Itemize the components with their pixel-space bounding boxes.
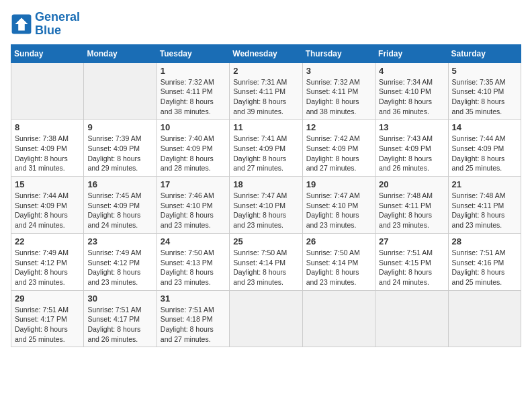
day-number: 22	[15, 236, 80, 246]
calendar-cell: 23Sunrise: 7:49 AM Sunset: 4:12 PM Dayli…	[84, 233, 157, 290]
calendar-cell	[375, 290, 448, 347]
logo-icon	[11, 13, 32, 35]
day-number: 28	[452, 236, 517, 246]
calendar-week-row: 8Sunrise: 7:38 AM Sunset: 4:09 PM Daylig…	[11, 120, 521, 177]
calendar-cell	[448, 290, 521, 347]
page-header: General Blue	[11, 11, 521, 38]
calendar-week-row: 22Sunrise: 7:49 AM Sunset: 4:12 PM Dayli…	[11, 233, 521, 290]
calendar-header-row: SundayMondayTuesdayWednesdayThursdayFrid…	[11, 44, 521, 62]
day-info: Sunrise: 7:51 AM Sunset: 4:16 PM Dayligh…	[452, 248, 517, 287]
day-info: Sunrise: 7:49 AM Sunset: 4:12 PM Dayligh…	[87, 248, 152, 287]
day-info: Sunrise: 7:51 AM Sunset: 4:17 PM Dayligh…	[15, 305, 80, 345]
day-number: 31	[161, 293, 226, 304]
day-number: 21	[452, 179, 517, 189]
calendar-cell	[230, 290, 302, 347]
day-info: Sunrise: 7:41 AM Sunset: 4:09 PM Dayligh…	[233, 134, 298, 173]
day-of-week-header: Friday	[375, 44, 448, 62]
day-info: Sunrise: 7:47 AM Sunset: 4:10 PM Dayligh…	[306, 191, 371, 230]
day-info: Sunrise: 7:42 AM Sunset: 4:09 PM Dayligh…	[306, 134, 371, 173]
day-number: 11	[233, 122, 298, 132]
day-info: Sunrise: 7:51 AM Sunset: 4:15 PM Dayligh…	[379, 248, 444, 287]
day-info: Sunrise: 7:46 AM Sunset: 4:10 PM Dayligh…	[161, 191, 226, 230]
day-number: 3	[306, 66, 371, 76]
calendar-cell: 18Sunrise: 7:47 AM Sunset: 4:10 PM Dayli…	[230, 177, 302, 234]
day-number: 1	[161, 66, 226, 76]
day-info: Sunrise: 7:47 AM Sunset: 4:10 PM Dayligh…	[233, 191, 298, 230]
day-info: Sunrise: 7:32 AM Sunset: 4:11 PM Dayligh…	[161, 77, 226, 117]
calendar-cell: 9Sunrise: 7:39 AM Sunset: 4:09 PM Daylig…	[84, 120, 157, 177]
calendar-cell: 25Sunrise: 7:50 AM Sunset: 4:14 PM Dayli…	[230, 233, 302, 290]
day-number: 26	[306, 236, 371, 246]
day-number: 29	[15, 293, 80, 304]
calendar-table: SundayMondayTuesdayWednesdayThursdayFrid…	[11, 44, 521, 348]
day-number: 19	[306, 179, 371, 189]
day-of-week-header: Monday	[84, 44, 157, 62]
day-number: 27	[379, 236, 444, 246]
day-info: Sunrise: 7:34 AM Sunset: 4:10 PM Dayligh…	[379, 77, 444, 117]
day-number: 17	[161, 179, 226, 189]
day-of-week-header: Saturday	[448, 44, 521, 62]
day-info: Sunrise: 7:48 AM Sunset: 4:11 PM Dayligh…	[452, 191, 517, 230]
calendar-week-row: 29Sunrise: 7:51 AM Sunset: 4:17 PM Dayli…	[11, 290, 521, 347]
calendar-cell: 17Sunrise: 7:46 AM Sunset: 4:10 PM Dayli…	[157, 177, 229, 234]
day-number: 10	[161, 122, 226, 132]
day-number: 16	[87, 179, 152, 189]
calendar-cell: 31Sunrise: 7:51 AM Sunset: 4:18 PM Dayli…	[157, 290, 229, 347]
calendar-cell: 28Sunrise: 7:51 AM Sunset: 4:16 PM Dayli…	[448, 233, 521, 290]
day-number: 30	[87, 293, 152, 304]
day-info: Sunrise: 7:43 AM Sunset: 4:09 PM Dayligh…	[379, 134, 444, 173]
calendar-cell: 26Sunrise: 7:50 AM Sunset: 4:14 PM Dayli…	[302, 233, 375, 290]
day-number: 2	[233, 66, 298, 76]
calendar-week-row: 1Sunrise: 7:32 AM Sunset: 4:11 PM Daylig…	[11, 62, 521, 120]
day-info: Sunrise: 7:49 AM Sunset: 4:12 PM Dayligh…	[15, 248, 80, 287]
day-number: 18	[233, 179, 298, 189]
calendar-cell: 27Sunrise: 7:51 AM Sunset: 4:15 PM Dayli…	[375, 233, 448, 290]
calendar-cell	[11, 62, 84, 120]
day-number: 24	[161, 236, 226, 246]
calendar-cell: 22Sunrise: 7:49 AM Sunset: 4:12 PM Dayli…	[11, 233, 84, 290]
calendar-cell: 1Sunrise: 7:32 AM Sunset: 4:11 PM Daylig…	[157, 62, 229, 120]
day-of-week-header: Wednesday	[230, 44, 302, 62]
calendar-cell: 15Sunrise: 7:44 AM Sunset: 4:09 PM Dayli…	[11, 177, 84, 234]
day-number: 13	[379, 122, 444, 132]
day-info: Sunrise: 7:32 AM Sunset: 4:11 PM Dayligh…	[306, 77, 371, 117]
calendar-cell: 16Sunrise: 7:45 AM Sunset: 4:09 PM Dayli…	[84, 177, 157, 234]
calendar-cell: 21Sunrise: 7:48 AM Sunset: 4:11 PM Dayli…	[448, 177, 521, 234]
calendar-cell: 30Sunrise: 7:51 AM Sunset: 4:17 PM Dayli…	[84, 290, 157, 347]
calendar-cell: 12Sunrise: 7:42 AM Sunset: 4:09 PM Dayli…	[302, 120, 375, 177]
calendar-week-row: 15Sunrise: 7:44 AM Sunset: 4:09 PM Dayli…	[11, 177, 521, 234]
day-number: 23	[87, 236, 152, 246]
day-info: Sunrise: 7:50 AM Sunset: 4:13 PM Dayligh…	[161, 248, 226, 287]
day-of-week-header: Tuesday	[157, 44, 229, 62]
calendar-body: 1Sunrise: 7:32 AM Sunset: 4:11 PM Daylig…	[11, 62, 521, 347]
day-info: Sunrise: 7:35 AM Sunset: 4:10 PM Dayligh…	[452, 77, 517, 117]
calendar-cell	[84, 62, 157, 120]
day-info: Sunrise: 7:39 AM Sunset: 4:09 PM Dayligh…	[87, 134, 152, 173]
calendar-cell: 10Sunrise: 7:40 AM Sunset: 4:09 PM Dayli…	[157, 120, 229, 177]
day-info: Sunrise: 7:40 AM Sunset: 4:09 PM Dayligh…	[161, 134, 226, 173]
day-info: Sunrise: 7:51 AM Sunset: 4:18 PM Dayligh…	[161, 305, 226, 345]
day-number: 9	[87, 122, 152, 132]
day-info: Sunrise: 7:50 AM Sunset: 4:14 PM Dayligh…	[233, 248, 298, 287]
day-info: Sunrise: 7:44 AM Sunset: 4:09 PM Dayligh…	[15, 191, 80, 230]
calendar-cell: 19Sunrise: 7:47 AM Sunset: 4:10 PM Dayli…	[302, 177, 375, 234]
calendar-cell	[302, 290, 375, 347]
day-info: Sunrise: 7:44 AM Sunset: 4:09 PM Dayligh…	[452, 134, 517, 173]
day-of-week-header: Thursday	[302, 44, 375, 62]
day-info: Sunrise: 7:50 AM Sunset: 4:14 PM Dayligh…	[306, 248, 371, 287]
calendar-cell: 13Sunrise: 7:43 AM Sunset: 4:09 PM Dayli…	[375, 120, 448, 177]
day-info: Sunrise: 7:38 AM Sunset: 4:09 PM Dayligh…	[15, 134, 80, 173]
day-info: Sunrise: 7:45 AM Sunset: 4:09 PM Dayligh…	[87, 191, 152, 230]
calendar-cell: 14Sunrise: 7:44 AM Sunset: 4:09 PM Dayli…	[448, 120, 521, 177]
day-number: 4	[379, 66, 444, 76]
calendar-cell: 29Sunrise: 7:51 AM Sunset: 4:17 PM Dayli…	[11, 290, 84, 347]
calendar-cell: 24Sunrise: 7:50 AM Sunset: 4:13 PM Dayli…	[157, 233, 229, 290]
day-of-week-header: Sunday	[11, 44, 84, 62]
day-number: 14	[452, 122, 517, 132]
logo: General Blue	[11, 11, 80, 38]
day-number: 20	[379, 179, 444, 189]
calendar-cell: 11Sunrise: 7:41 AM Sunset: 4:09 PM Dayli…	[230, 120, 302, 177]
day-info: Sunrise: 7:51 AM Sunset: 4:17 PM Dayligh…	[87, 305, 152, 345]
calendar-cell: 20Sunrise: 7:48 AM Sunset: 4:11 PM Dayli…	[375, 177, 448, 234]
day-number: 25	[233, 236, 298, 246]
